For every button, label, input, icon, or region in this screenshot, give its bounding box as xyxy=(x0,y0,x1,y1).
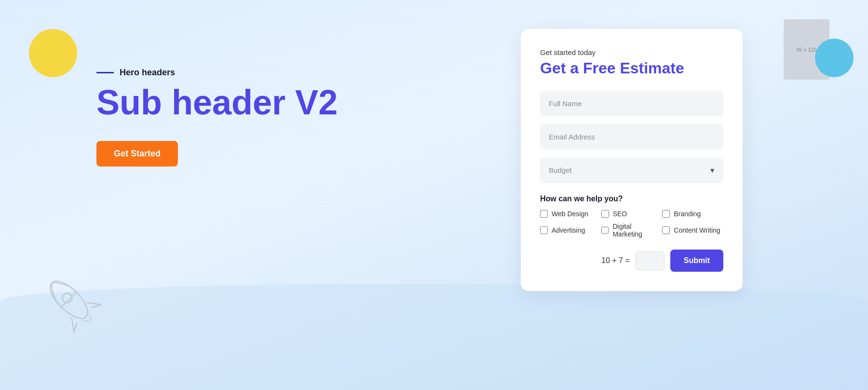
form-card: Get started today Get a Free Estimate Bu… xyxy=(521,29,743,291)
hero-label: Hero headers xyxy=(120,68,175,78)
svg-point-1 xyxy=(60,291,74,305)
checkbox-advertising[interactable]: Advertising xyxy=(540,223,601,238)
form-heading: Get a Free Estimate xyxy=(540,59,723,77)
rocket-illustration xyxy=(24,255,130,361)
hero-heading: Sub header V2 xyxy=(96,84,338,122)
checkbox-branding[interactable]: Branding xyxy=(662,210,723,218)
hero-label-row: Hero headers xyxy=(96,68,338,78)
yellow-circle-decoration xyxy=(29,29,77,77)
checkbox-web-design-label: Web Design xyxy=(552,210,588,218)
background-wave xyxy=(0,284,868,390)
hero-label-line xyxy=(96,72,114,73)
checkbox-advertising-input[interactable] xyxy=(540,226,548,234)
full-name-input[interactable] xyxy=(540,91,723,116)
checkbox-branding-label: Branding xyxy=(674,210,701,218)
blue-circle-decoration xyxy=(815,39,854,77)
get-started-button[interactable]: Get Started xyxy=(96,141,178,167)
captcha-row: 10 + 7 = Submit xyxy=(540,250,723,272)
email-input[interactable] xyxy=(540,124,723,150)
captcha-input[interactable] xyxy=(636,251,665,270)
checkbox-digital-marketing-label: Digital Marketing xyxy=(612,223,662,238)
checkbox-content-writing-label: Content Writing xyxy=(674,226,720,234)
checkbox-web-design-input[interactable] xyxy=(540,210,548,218)
services-checkboxes: Web Design SEO Branding Advertising Digi… xyxy=(540,210,723,238)
checkbox-advertising-label: Advertising xyxy=(552,226,585,234)
checkbox-seo[interactable]: SEO xyxy=(601,210,663,218)
checkbox-content-writing[interactable]: Content Writing xyxy=(662,223,723,238)
form-subheading: Get started today xyxy=(540,48,723,56)
hero-section: Hero headers Sub header V2 Get Started xyxy=(96,68,338,167)
budget-select-wrapper: Budget $1,000 - $5,000 $5,000 - $10,000 … xyxy=(540,157,723,183)
help-label: How can we help you? xyxy=(540,195,723,203)
gray-rect-label: 95 x 125 xyxy=(796,47,816,53)
captcha-equation: 10 + 7 = xyxy=(601,256,630,265)
checkbox-digital-marketing[interactable]: Digital Marketing xyxy=(601,223,663,238)
budget-select[interactable]: Budget $1,000 - $5,000 $5,000 - $10,000 … xyxy=(540,157,723,183)
checkbox-digital-marketing-input[interactable] xyxy=(601,226,609,234)
checkbox-seo-label: SEO xyxy=(613,210,627,218)
checkbox-content-writing-input[interactable] xyxy=(662,226,670,234)
submit-button[interactable]: Submit xyxy=(670,250,723,272)
checkbox-seo-input[interactable] xyxy=(601,210,609,218)
checkbox-branding-input[interactable] xyxy=(662,210,670,218)
checkbox-web-design[interactable]: Web Design xyxy=(540,210,601,218)
